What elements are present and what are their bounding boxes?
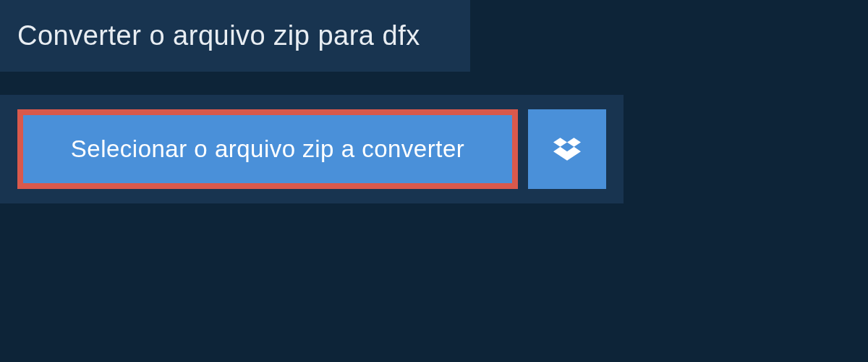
dropbox-button[interactable] — [528, 109, 606, 189]
button-row: Selecionar o arquivo zip a converter — [17, 109, 606, 189]
title-bar: Converter o arquivo zip para dfx — [0, 0, 470, 72]
upload-section: Selecionar o arquivo zip a converter — [0, 95, 624, 203]
select-file-button[interactable]: Selecionar o arquivo zip a converter — [17, 109, 518, 189]
page-title: Converter o arquivo zip para dfx — [17, 20, 453, 51]
dropbox-icon — [553, 135, 581, 163]
converter-panel: Converter o arquivo zip para dfx Selecio… — [0, 0, 868, 203]
